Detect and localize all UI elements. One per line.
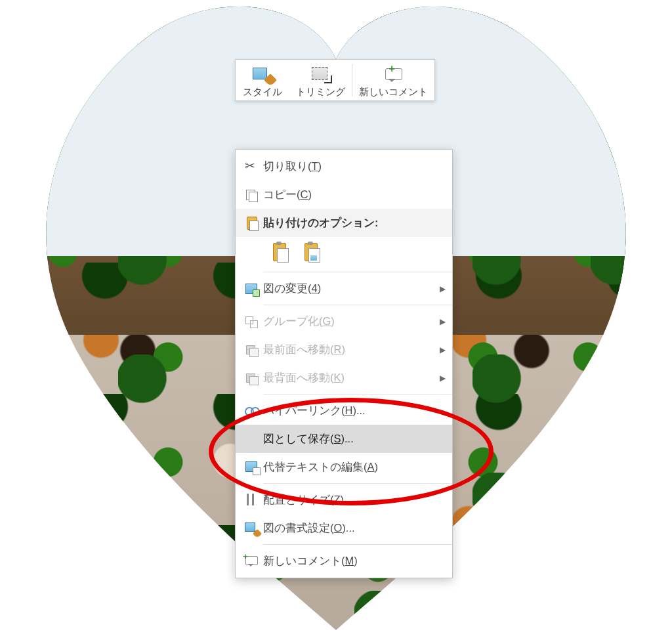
menu-new-comment[interactable]: + 新しいコメント(M) [236,547,452,575]
paste-option-keep-source[interactable] [268,241,291,263]
new-comment-label: 新しいコメント [359,86,428,98]
submenu-arrow-icon: ▶ [440,373,446,383]
submenu-arrow-icon: ▶ [440,345,446,354]
menu-change-picture-label: 図の変更(4) [263,282,440,296]
menu-group: グループ化(G) ▶ [236,307,452,335]
menu-size-position-label: 配置とサイズ(Z)... [263,493,446,507]
menu-alt-text-label: 代替テキストの編集(A) [263,460,446,475]
menu-send-back-label: 最背面へ移動(K) [263,371,440,385]
menu-send-to-back[interactable]: 最背面へ移動(K) ▶ [236,364,452,392]
crop-button[interactable]: トリミング [289,60,352,100]
menu-paste-options-header: 貼り付けのオプション: [236,209,452,237]
crop-label: トリミング [296,86,345,98]
menu-divider [263,272,452,272]
menu-divider [263,394,452,395]
menu-divider [263,544,452,545]
menu-paste-options-label: 貼り付けのオプション: [263,216,446,230]
new-comment-icon: + [383,65,405,83]
send-back-icon [245,371,259,385]
size-position-icon [245,493,259,507]
menu-edit-alt-text[interactable]: 代替テキストの編集(A) [236,453,452,481]
crop-icon [310,65,332,83]
picture-style-icon [251,65,274,83]
menu-change-picture[interactable]: 図の変更(4) ▶ [236,274,452,303]
comment-icon: + [245,554,259,568]
menu-new-comment-label: 新しいコメント(M) [263,554,446,568]
submenu-arrow-icon: ▶ [440,284,446,293]
submenu-arrow-icon: ▶ [440,317,446,326]
style-label: スタイル [243,86,282,98]
mini-toolbar: スタイル トリミング + 新しいコメント [235,59,435,101]
new-comment-button[interactable]: + 新しいコメント [352,60,434,100]
menu-cut[interactable]: 切り取り(T) [236,152,452,181]
menu-hyperlink[interactable]: ハイパーリンク(H)... [236,396,452,425]
format-picture-icon [245,521,259,536]
menu-bring-to-front[interactable]: 最前面へ移動(R) ▶ [236,335,452,364]
paste-options-row [236,237,452,270]
menu-divider [263,305,452,305]
bring-front-icon [245,343,259,357]
menu-copy-label: コピー(C) [263,188,446,202]
paste-icon [245,216,259,230]
alt-text-icon [245,460,259,475]
menu-bring-front-label: 最前面へ移動(R) [263,343,440,357]
menu-group-label: グループ化(G) [263,314,440,329]
context-menu: 切り取り(T) コピー(C) 貼り付けのオプション: 図の変更(4) ▶ グルー… [235,149,453,578]
menu-save-as-picture-label: 図として保存(S)... [263,432,446,446]
menu-cut-label: 切り取り(T) [263,160,446,174]
menu-save-as-picture[interactable]: 図として保存(S)... [236,425,452,453]
change-picture-icon [245,282,259,296]
menu-format-picture[interactable]: 図の書式設定(O)... [236,514,452,542]
menu-format-picture-label: 図の書式設定(O)... [263,521,446,536]
hyperlink-icon [245,404,259,418]
menu-divider [263,483,452,484]
copy-icon [245,188,259,202]
menu-size-and-position[interactable]: 配置とサイズ(Z)... [236,486,452,514]
style-button[interactable]: スタイル [236,60,289,100]
menu-hyperlink-label: ハイパーリンク(H)... [263,404,446,418]
cut-icon [245,160,259,174]
group-icon [245,314,259,329]
paste-option-picture[interactable] [300,241,322,263]
menu-copy[interactable]: コピー(C) [236,181,452,209]
